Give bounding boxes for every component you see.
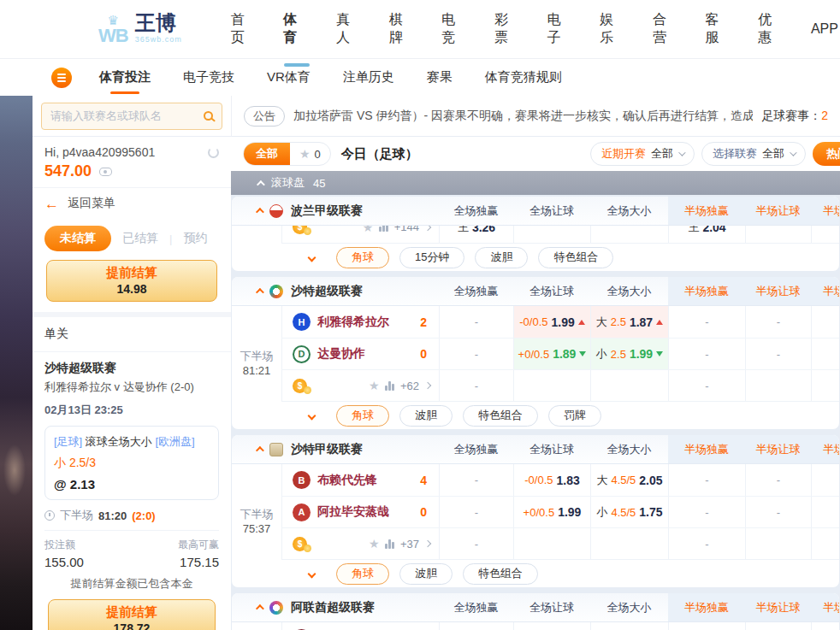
tab-correct-score[interactable]: 波胆	[399, 405, 453, 427]
odds-cell-overunder[interactable]: 大 4.5/5 2.05	[590, 464, 668, 496]
team-score: 0	[420, 505, 439, 519]
team-home[interactable]: H 利雅得希拉尔 2	[281, 306, 439, 338]
stats-icon[interactable]	[385, 381, 394, 391]
nav-slots[interactable]: 电子	[546, 6, 576, 52]
col-fulltime-overunder: 全场大小	[590, 593, 668, 621]
book-tag: [欧洲盘]	[155, 435, 194, 448]
col-halftime-overunder: 半场大小	[811, 197, 839, 225]
odds-cell[interactable]: 主 3.26	[439, 226, 513, 243]
nav-promos[interactable]: 优惠	[756, 6, 786, 52]
recent-start-dropdown[interactable]: 近期开赛 全部	[590, 142, 695, 166]
tab-corners[interactable]: 角球	[336, 563, 389, 585]
nav-lottery[interactable]: 彩票	[493, 6, 523, 52]
collapse-icon[interactable]	[256, 446, 264, 455]
nav-affiliate[interactable]: 合营	[651, 6, 681, 52]
team-away[interactable]: A 阿拉毕安蒸哉 0	[281, 497, 439, 527]
odds-cell-handicap[interactable]: -0/0.5 1.83	[513, 464, 590, 496]
more-markets-link[interactable]: $ ★ +37	[281, 528, 439, 559]
team-home[interactable]: B 布赖代先锋 4	[281, 464, 439, 496]
more-markets-link[interactable]: $ ★ +144	[281, 226, 439, 243]
events-counter[interactable]: 足球赛事：2	[761, 109, 828, 124]
live-betting-band[interactable]: 滚球盘 45	[231, 171, 840, 195]
odds-cell-empty: -	[668, 306, 745, 338]
expand-icon[interactable]	[308, 411, 316, 420]
dash: -	[777, 506, 780, 519]
subtab-vr-sports[interactable]: VR体育	[265, 62, 312, 92]
nav-entertainment[interactable]: 娱乐	[598, 6, 628, 52]
money-icon: $	[293, 226, 307, 234]
tab-unsettled[interactable]: 未结算	[44, 226, 111, 251]
tab-reserved[interactable]: 预约	[183, 231, 207, 246]
subtab-results[interactable]: 赛果	[425, 62, 454, 92]
saudi-pro-league-icon	[269, 285, 283, 298]
back-to-menu[interactable]: ← 返回菜单	[33, 187, 231, 219]
chevron-right-icon	[424, 540, 431, 547]
subtab-sports-betting[interactable]: 体育投注	[98, 62, 152, 92]
collapse-icon[interactable]	[256, 288, 264, 297]
search-input[interactable]	[50, 109, 204, 122]
tab-correct-score[interactable]: 波胆	[475, 247, 528, 268]
refresh-icon[interactable]	[208, 147, 219, 158]
team-score: 0	[420, 347, 439, 361]
tab-15min[interactable]: 15分钟	[399, 247, 464, 268]
nav-home[interactable]: 首页	[229, 6, 259, 52]
more-markets-link[interactable]: $ ★ +62	[281, 370, 439, 401]
odds-cell-overunder[interactable]: 大 3.5/4 2.06	[590, 622, 668, 630]
odds-cell-1x2[interactable]: 主 1.68	[439, 622, 513, 630]
filter-all-button[interactable]: 全部	[244, 143, 290, 165]
team-away[interactable]: D 达曼协作 0	[281, 339, 439, 369]
subtab-rules[interactable]: 体育竞猜规则	[483, 62, 564, 92]
team-score: 2	[420, 315, 439, 329]
brand-logo[interactable]: ♛ WB 王博 365wb.com	[98, 13, 182, 45]
odds-cell-overunder[interactable]: 小 2.5 1.99	[590, 339, 668, 369]
search-icon[interactable]	[204, 111, 213, 121]
favorites-count: 0	[315, 148, 321, 161]
subtab-esports[interactable]: 电子竞技	[181, 62, 236, 92]
bet-score: (2:0)	[132, 509, 155, 522]
odds-cell-handicap[interactable]: +0/0.5 1.89	[513, 339, 590, 369]
tab-corners[interactable]: 角球	[336, 247, 389, 268]
subtab-bet-history[interactable]: 注单历史	[341, 62, 396, 92]
bet-selection: 小 2.5/3	[54, 456, 210, 471]
cashout-bet-button[interactable]: 提前结算 178.72	[48, 599, 216, 630]
nav-esports[interactable]: 电竞	[440, 6, 470, 52]
league-select-dropdown[interactable]: 选择联赛 全部	[701, 142, 806, 166]
odds-cell-handicap[interactable]: -0/0.5 1.99	[513, 306, 590, 338]
tab-specials[interactable]: 特色组合	[463, 563, 538, 585]
tab-settled[interactable]: 已结算	[122, 231, 158, 246]
stats-icon[interactable]	[379, 226, 388, 232]
menu-icon[interactable]	[51, 68, 72, 88]
cashout-total-button[interactable]: 提前结算 14.98	[46, 260, 217, 302]
team-name: 阿拉毕安蒸哉	[317, 504, 389, 520]
odds-cell-overunder[interactable]: 大 2.5 1.87	[590, 306, 668, 338]
collapse-icon[interactable]	[256, 604, 264, 613]
odds-cell-overunder[interactable]: 小 4.5/5 1.75	[590, 497, 668, 527]
odds-cell[interactable]: 主 2.04	[668, 226, 745, 243]
nav-sports[interactable]: 体育	[281, 6, 311, 52]
odds-cell-handicap[interactable]: +0/0.5 1.99	[513, 497, 590, 527]
odds-cell-handicap[interactable]: -0.5/1 1.98	[513, 622, 590, 630]
tab-specials[interactable]: 特色组合	[538, 247, 613, 268]
eye-icon[interactable]	[99, 168, 112, 176]
star-icon[interactable]: ★	[369, 379, 380, 392]
tab-corners[interactable]: 角球	[336, 405, 389, 427]
collapse-icon[interactable]	[256, 208, 264, 216]
odds-cell-empty: -	[745, 306, 811, 338]
tab-cards[interactable]: 罚牌	[548, 405, 601, 427]
team-home[interactable]: A 阿布扎比西亚拉 1	[281, 622, 439, 630]
star-icon[interactable]: ★	[363, 226, 374, 234]
favorites-button[interactable]: ★ 0	[290, 147, 330, 161]
star-icon[interactable]: ★	[369, 537, 380, 551]
market-tabs: 角球 15分钟 波胆 特色组合	[281, 243, 839, 271]
nav-app[interactable]: APP	[809, 16, 840, 42]
handicap-line: -0/0.5	[519, 315, 547, 328]
nav-live-casino[interactable]: 真人	[334, 6, 364, 52]
nav-support[interactable]: 客服	[704, 6, 734, 52]
tab-correct-score[interactable]: 波胆	[399, 563, 453, 585]
stats-icon[interactable]	[385, 539, 394, 549]
tab-specials[interactable]: 特色组合	[463, 405, 538, 427]
nav-cards[interactable]: 棋牌	[387, 6, 417, 52]
expand-icon[interactable]	[308, 569, 316, 578]
hot-button[interactable]: 热门	[813, 142, 840, 166]
expand-icon[interactable]	[308, 253, 316, 262]
